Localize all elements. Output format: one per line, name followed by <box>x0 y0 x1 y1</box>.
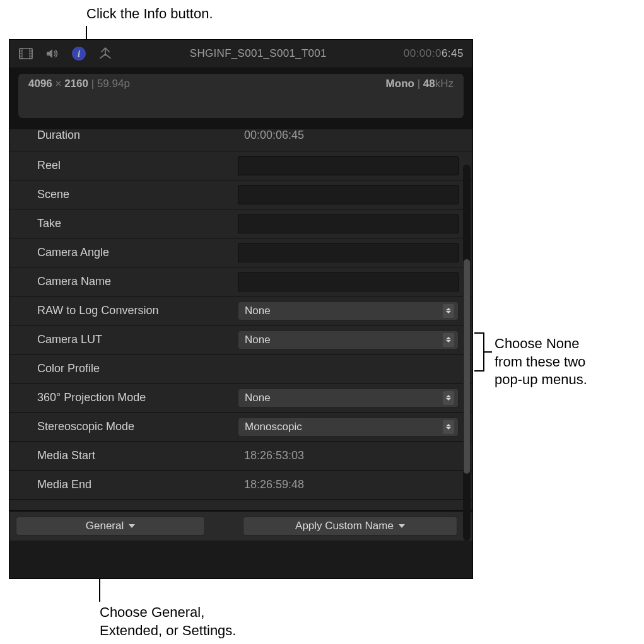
popup-raw-to-log[interactable]: None <box>238 302 459 320</box>
label-stereoscopic: Stereoscopic Mode <box>9 420 238 433</box>
label-projection: 360° Projection Mode <box>9 391 238 404</box>
row-scene: Scene <box>9 180 472 209</box>
scrollbar-thumb[interactable] <box>464 259 470 474</box>
row-stereoscopic: Stereoscopic Mode Monoscopic <box>9 412 472 441</box>
input-take[interactable] <box>238 214 459 233</box>
annotation-metadata-view: Choose General, Extended, or Settings. <box>100 604 236 640</box>
callout-line-bottom <box>99 577 100 602</box>
popup-arrows-icon <box>443 304 454 318</box>
audio-tab-icon[interactable] <box>45 46 60 61</box>
input-scene[interactable] <box>238 185 459 204</box>
row-color-profile: Color Profile <box>9 354 472 383</box>
input-camera-angle[interactable] <box>238 243 459 262</box>
share-tab-icon[interactable] <box>98 46 113 61</box>
row-media-end: Media End 18:26:59:48 <box>9 470 472 499</box>
metadata-view-popup[interactable]: General <box>16 517 205 536</box>
row-raw-to-log: RAW to Log Conversion None <box>9 296 472 325</box>
annotation-info-button: Click the Info button. <box>86 5 213 23</box>
value-media-end: 18:26:59:48 <box>238 478 304 491</box>
value-media-start: 18:26:53:03 <box>238 449 304 462</box>
popup-arrows-icon <box>443 333 454 347</box>
row-take: Take <box>9 209 472 238</box>
inspector-panel: i SHGINF_S001_S001_T001 00:00:06:45 4096… <box>9 39 473 579</box>
popup-projection[interactable]: None <box>238 389 459 407</box>
row-projection: 360° Projection Mode None <box>9 383 472 412</box>
label-raw-to-log: RAW to Log Conversion <box>9 304 238 317</box>
row-reel: Reel <box>9 151 472 180</box>
metadata-fields: Duration 00:00:06:45 Reel Scene Take Cam… <box>9 129 472 510</box>
popup-arrows-icon <box>443 391 454 405</box>
clip-name: SHGINF_S001_S001_T001 <box>124 47 392 60</box>
row-media-start: Media Start 18:26:53:03 <box>9 441 472 470</box>
annotation-popups: Choose None from these two pop-up menus. <box>495 335 587 389</box>
row-camera-angle: Camera Angle <box>9 238 472 267</box>
info-icon: i <box>72 47 86 61</box>
callout-line-right <box>484 351 492 353</box>
chevron-down-icon <box>399 524 405 528</box>
bottom-bar: General Apply Custom Name <box>9 510 472 541</box>
row-duration: Duration 00:00:06:45 <box>9 129 472 151</box>
inspector-toolbar: i SHGINF_S001_S001_T001 00:00:06:45 <box>9 40 472 67</box>
label-camera-angle: Camera Angle <box>9 246 238 259</box>
popup-stereoscopic[interactable]: Monoscopic <box>238 418 459 436</box>
label-duration: Duration <box>9 129 238 142</box>
clip-timecode: 00:00:06:45 <box>404 47 464 60</box>
apply-custom-name-popup[interactable]: Apply Custom Name <box>243 517 457 536</box>
row-camera-lut: Camera LUT None <box>9 325 472 354</box>
popup-arrows-icon <box>443 420 454 434</box>
input-reel[interactable] <box>238 156 459 175</box>
row-cutoff <box>9 499 472 510</box>
label-camera-name: Camera Name <box>9 275 238 288</box>
info-tab-icon[interactable]: i <box>71 46 86 61</box>
label-scene: Scene <box>9 188 238 201</box>
popup-camera-lut[interactable]: None <box>238 331 459 349</box>
label-camera-lut: Camera LUT <box>9 333 238 346</box>
label-media-start: Media Start <box>9 449 238 462</box>
callout-bracket-right <box>474 332 484 372</box>
input-camera-name[interactable] <box>238 272 459 291</box>
scrollbar[interactable] <box>463 165 471 541</box>
video-tab-icon[interactable] <box>18 46 33 61</box>
format-summary: 4096 × 2160 | 59.94p Mono | 48kHz <box>18 74 464 118</box>
label-reel: Reel <box>9 159 238 172</box>
chevron-down-icon <box>129 524 135 528</box>
row-camera-name: Camera Name <box>9 267 472 296</box>
value-duration: 00:00:06:45 <box>238 129 304 142</box>
label-media-end: Media End <box>9 478 238 491</box>
label-color-profile: Color Profile <box>9 362 238 375</box>
label-take: Take <box>9 217 238 230</box>
